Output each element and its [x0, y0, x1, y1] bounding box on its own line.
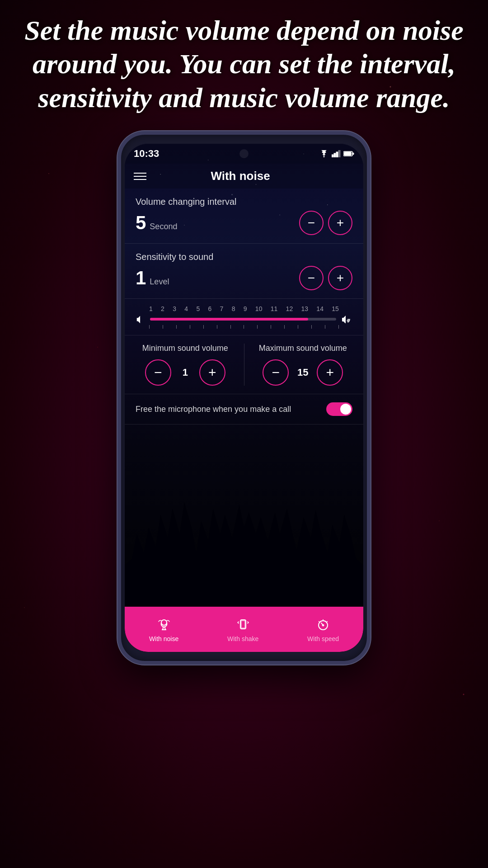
sensitivity-decrease-button[interactable]: −	[299, 266, 324, 290]
with-noise-icon	[156, 616, 172, 632]
svg-rect-6	[344, 152, 352, 156]
nav-item-with-shake[interactable]: With shake	[227, 616, 258, 642]
max-volume-col: Maximum sound volume − 15 +	[253, 344, 353, 386]
tick-13	[311, 325, 312, 329]
sensitivity-row: 1 Level − +	[136, 266, 352, 290]
min-volume-value: 1	[178, 367, 192, 378]
min-volume-increase-button[interactable]: +	[199, 359, 225, 386]
slider-num-9: 9	[244, 305, 247, 312]
slider-num-12: 12	[286, 305, 293, 312]
slider-num-14: 14	[316, 305, 324, 312]
tick-1	[149, 325, 150, 329]
slider-num-15: 15	[332, 305, 339, 312]
tick-14	[325, 325, 325, 329]
volume-interval-unit: Second	[150, 222, 177, 231]
svg-rect-9	[241, 621, 245, 628]
slider-num-13: 13	[301, 305, 308, 312]
max-volume-increase-button[interactable]: +	[317, 359, 343, 386]
svg-rect-1	[334, 153, 336, 157]
volume-interval-increase-button[interactable]: +	[328, 211, 352, 235]
nav-item-with-speed[interactable]: With speed	[307, 616, 339, 642]
tick-12	[298, 325, 298, 329]
nav-label-with-speed: With speed	[307, 635, 339, 642]
min-volume-controls: − 1 +	[136, 359, 235, 386]
slider-num-2: 2	[161, 305, 164, 312]
sensitivity-value: 1 Level	[136, 267, 169, 289]
tick-4	[190, 325, 190, 329]
status-icons	[319, 150, 354, 157]
nav-label-with-noise: With noise	[149, 635, 178, 642]
svg-rect-2	[336, 152, 338, 157]
tick-3	[176, 325, 177, 329]
tick-9	[257, 325, 258, 329]
microphone-toggle-section: Free the microphone when you make a call	[125, 394, 363, 425]
app-header: With noise	[125, 164, 363, 189]
slider-fill	[150, 318, 308, 321]
nav-item-with-noise[interactable]: With noise	[149, 616, 178, 642]
max-volume-controls: − 15 +	[253, 359, 353, 386]
with-shake-icon	[235, 616, 251, 632]
volume-max-icon	[341, 315, 352, 323]
sensitivity-unit: Level	[150, 277, 169, 287]
sensitivity-number: 1	[136, 267, 146, 289]
toggle-knob	[340, 404, 351, 415]
microphone-toggle-switch[interactable]	[326, 402, 352, 416]
min-volume-decrease-button[interactable]: −	[145, 359, 171, 386]
battery-icon	[343, 151, 354, 157]
volume-interval-row: 5 Second − +	[136, 211, 352, 235]
phone-screen: 10:33	[125, 144, 363, 652]
tick-11	[284, 325, 285, 329]
min-volume-col: Minimum sound volume − 1 +	[136, 344, 235, 386]
slider-num-1: 1	[149, 305, 153, 312]
tick-2	[163, 325, 163, 329]
slider-num-8: 8	[232, 305, 235, 312]
sensitivity-controls: − +	[299, 266, 352, 290]
slider-numbers: 1 2 3 4 5 6 7 8 9 10 11 12 13 14	[136, 305, 352, 312]
wifi-icon	[319, 150, 329, 157]
status-bar: 10:33	[125, 144, 363, 164]
sensitivity-label: Sensitivity to sound	[136, 252, 352, 262]
min-volume-label: Minimum sound volume	[136, 344, 235, 353]
slider-num-3: 3	[173, 305, 176, 312]
phone-mockup: 10:33	[117, 131, 371, 665]
hamburger-menu-icon[interactable]	[134, 173, 146, 180]
volume-interval-decrease-button[interactable]: −	[299, 211, 324, 235]
tick-8	[244, 325, 244, 329]
status-time: 10:33	[134, 148, 159, 160]
slider-num-4: 4	[184, 305, 188, 312]
volume-interval-section: Volume changing interval 5 Second − +	[125, 189, 363, 244]
volume-interval-number: 5	[136, 212, 146, 234]
slider-num-11: 11	[271, 305, 278, 312]
volume-interval-controls: − +	[299, 211, 352, 235]
phone-frame: 10:33	[117, 131, 371, 665]
volume-min-icon	[136, 315, 145, 323]
sensitivity-increase-button[interactable]: +	[328, 266, 352, 290]
tick-10	[271, 325, 271, 329]
tick-7	[230, 325, 231, 329]
minmax-row: Minimum sound volume − 1 + Maximum sound…	[136, 344, 352, 386]
slider-track[interactable]	[150, 318, 336, 321]
menu-line-2	[134, 176, 146, 177]
max-volume-label: Maximum sound volume	[253, 344, 353, 353]
minmax-divider	[244, 344, 244, 386]
signal-icon	[332, 150, 341, 157]
slider-num-10: 10	[255, 305, 263, 312]
tick-15	[338, 325, 339, 329]
sensitivity-section: Sensitivity to sound 1 Level − +	[125, 244, 363, 299]
bottom-nav: With noise With shake	[125, 607, 363, 652]
slider-ticks	[136, 325, 352, 329]
tick-6	[217, 325, 217, 329]
slider-section: 1 2 3 4 5 6 7 8 9 10 11 12 13 14	[125, 299, 363, 335]
app-content: 10:33	[125, 144, 363, 652]
slider-track-row	[136, 315, 352, 323]
slider-num-7: 7	[220, 305, 224, 312]
camera-notch	[239, 149, 249, 158]
tick-5	[203, 325, 204, 329]
with-speed-icon	[315, 616, 331, 632]
max-volume-decrease-button[interactable]: −	[263, 359, 289, 386]
minmax-section: Minimum sound volume − 1 + Maximum sound…	[125, 335, 363, 394]
svg-rect-0	[332, 155, 333, 157]
svg-rect-5	[352, 153, 354, 155]
svg-rect-3	[338, 150, 340, 157]
microphone-toggle-label: Free the microphone when you make a call	[136, 405, 317, 414]
